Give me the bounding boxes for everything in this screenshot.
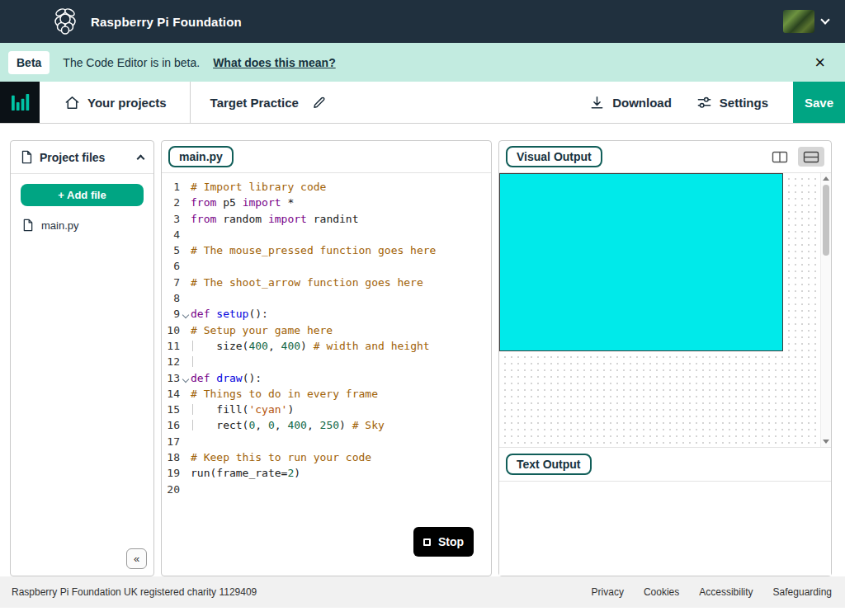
toolbar-divider <box>190 82 191 123</box>
fold-toggle-icon[interactable] <box>180 306 191 322</box>
split-view-button[interactable] <box>767 147 793 167</box>
code-line[interactable]: 11 size(400, 400) # width and height <box>162 338 491 354</box>
line-number: 13 <box>162 370 180 386</box>
code-line[interactable]: 19run(frame_rate=2) <box>162 465 491 481</box>
fold-spacer <box>180 195 191 210</box>
line-number: 5 <box>162 242 180 258</box>
tab-main-py[interactable]: main.py <box>168 146 234 167</box>
fold-spacer <box>180 434 191 449</box>
p5-canvas-sky-rect <box>499 173 783 351</box>
account-menu[interactable] <box>783 10 828 33</box>
code-line[interactable]: 4 <box>162 227 491 242</box>
code-line[interactable]: 7# The shoot_arrow function goes here <box>162 275 491 290</box>
fold-spacer <box>180 417 191 433</box>
code-area[interactable]: 1# Import library code2from p5 import *3… <box>162 173 491 576</box>
code-text: # Things to do in every frame <box>191 386 378 402</box>
code-text: # Keep this to run your code <box>191 449 371 465</box>
beta-badge: Beta <box>8 51 50 74</box>
stop-icon <box>423 538 431 546</box>
file-item-main-py[interactable]: main.py <box>11 211 153 239</box>
fold-toggle-icon[interactable] <box>180 370 191 386</box>
code-text: from random import randint <box>191 211 359 227</box>
line-number: 10 <box>162 322 180 338</box>
footer-link-cookies[interactable]: Cookies <box>644 586 679 598</box>
close-icon[interactable]: × <box>811 54 828 72</box>
text-output-header: Text Output <box>499 448 831 482</box>
split-rows-icon <box>803 151 819 163</box>
code-text: def draw(): <box>191 370 262 386</box>
home-icon <box>64 95 80 111</box>
code-text: # Import library code <box>191 179 326 195</box>
line-number: 15 <box>162 402 180 417</box>
line-number: 8 <box>162 290 180 306</box>
app-header: Raspberry Pi Foundation <box>0 0 845 43</box>
stacked-view-button[interactable] <box>798 147 824 167</box>
footer-link-accessibility[interactable]: Accessibility <box>699 586 753 598</box>
line-number: 19 <box>162 465 180 481</box>
scroll-up-icon[interactable] <box>823 176 829 181</box>
line-number: 4 <box>162 227 180 242</box>
footer-link-safeguarding[interactable]: Safeguarding <box>773 586 832 598</box>
code-line[interactable]: 2from p5 import * <box>162 195 491 210</box>
user-avatar[interactable] <box>783 10 814 33</box>
project-toolbar: Your projects Target Practice Download S… <box>0 82 845 124</box>
output-panel: Visual Output <box>498 140 832 576</box>
pencil-icon <box>312 95 327 110</box>
code-text: fill('cyan') <box>191 402 294 417</box>
settings-button[interactable]: Settings <box>696 95 768 111</box>
footer-link-privacy[interactable]: Privacy <box>592 586 624 598</box>
rename-project-button[interactable] <box>310 93 328 111</box>
add-file-button[interactable]: + Add file <box>21 184 144 206</box>
code-line[interactable]: 18# Keep this to run your code <box>162 449 491 465</box>
download-button[interactable]: Download <box>589 95 672 111</box>
project-files-header[interactable]: Project files <box>11 141 153 174</box>
code-editor-panel: main.py 1# Import library code2from p5 i… <box>161 140 492 576</box>
scrollbar-thumb[interactable] <box>823 185 829 256</box>
code-line[interactable]: 1# Import library code <box>162 179 491 195</box>
code-line[interactable]: 12 <box>162 354 491 369</box>
line-number: 1 <box>162 179 180 195</box>
code-line[interactable]: 17 <box>162 434 491 449</box>
footer-links: PrivacyCookiesAccessibilitySafeguarding <box>592 586 832 598</box>
your-projects-button[interactable]: Your projects <box>64 95 167 111</box>
tab-visual-output[interactable]: Visual Output <box>506 146 602 167</box>
code-line[interactable]: 10# Setup your game here <box>162 322 491 338</box>
code-editor-logo-icon <box>0 82 40 123</box>
line-number: 3 <box>162 211 180 227</box>
project-files-title: Project files <box>40 151 105 164</box>
fold-spacer <box>180 322 191 338</box>
fold-spacer <box>180 386 191 402</box>
code-line[interactable]: 14# Things to do in every frame <box>162 386 491 402</box>
fold-spacer <box>180 275 191 290</box>
page-footer: Raspberry Pi Foundation UK registered ch… <box>0 576 845 608</box>
code-line[interactable]: 15 fill('cyan') <box>162 402 491 417</box>
code-line[interactable]: 8 <box>162 290 491 306</box>
download-icon <box>589 95 605 111</box>
output-scrollbar[interactable] <box>820 173 831 447</box>
split-columns-icon <box>772 151 788 163</box>
code-line[interactable]: 3from random import randint <box>162 211 491 227</box>
indent-guide <box>192 420 193 430</box>
fold-spacer <box>180 449 191 465</box>
fold-spacer <box>180 465 191 481</box>
collapse-sidebar-button[interactable]: « <box>126 548 147 569</box>
tab-text-output[interactable]: Text Output <box>506 454 592 475</box>
project-title: Target Practice <box>210 96 299 110</box>
code-line[interactable]: 20 <box>162 482 491 497</box>
file-icon <box>21 150 33 164</box>
code-line[interactable]: 5# The mouse_pressed function goes here <box>162 242 491 258</box>
beta-info-link[interactable]: What does this mean? <box>213 56 336 69</box>
main-area: Project files + Add file main.py « main.… <box>0 124 845 576</box>
line-number: 7 <box>162 275 180 290</box>
scroll-down-icon[interactable] <box>823 440 829 444</box>
output-layout-toggle <box>767 147 824 167</box>
code-line[interactable]: 9def setup(): <box>162 306 491 322</box>
code-text: from p5 import * <box>191 195 294 210</box>
chevron-up-icon <box>137 155 145 163</box>
code-line[interactable]: 13def draw(): <box>162 370 491 386</box>
code-line[interactable]: 6 <box>162 258 491 274</box>
stop-button[interactable]: Stop <box>413 527 474 557</box>
code-line[interactable]: 16 rect(0, 0, 400, 250) # Sky <box>162 417 491 433</box>
fold-spacer <box>180 179 191 195</box>
save-button[interactable]: Save <box>793 82 845 123</box>
